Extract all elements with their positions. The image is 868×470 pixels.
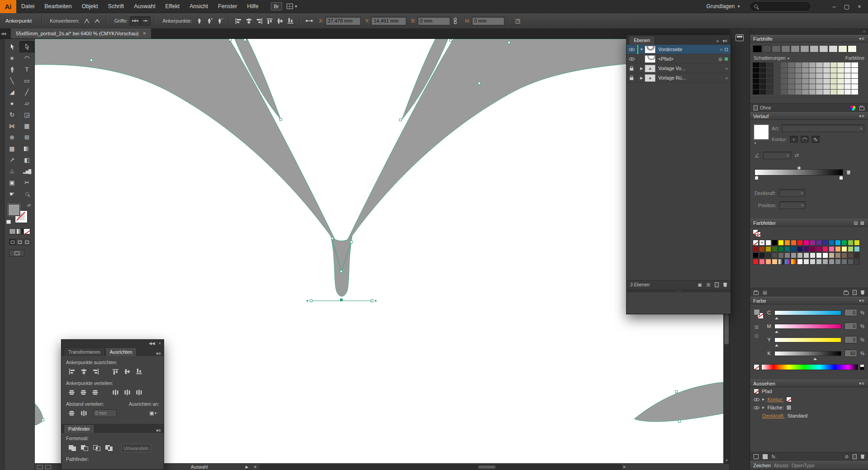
- color-spectrum-bar[interactable]: [761, 364, 858, 370]
- delete-swatch-icon[interactable]: [861, 290, 864, 294]
- shade-swatch[interactable]: [788, 68, 795, 73]
- stroke-within-icon[interactable]: ▫: [790, 136, 798, 143]
- align-bottom-button[interactable]: [285, 16, 296, 26]
- shade-swatch[interactable]: [816, 62, 823, 67]
- close-panel-icon[interactable]: ×: [159, 341, 161, 346]
- shade-swatch[interactable]: [760, 62, 767, 67]
- align-left-button[interactable]: [66, 367, 78, 376]
- align-vcenter-button[interactable]: [121, 367, 133, 376]
- status-popup-icon[interactable]: ▶: [245, 465, 248, 469]
- zoom-tool[interactable]: [19, 188, 34, 199]
- swatch[interactable]: [784, 252, 790, 258]
- shade-swatch[interactable]: [851, 68, 858, 73]
- shade-swatch[interactable]: [760, 73, 767, 78]
- collapsed-panel-icon[interactable]: [736, 34, 744, 41]
- disclosure-icon[interactable]: ▶: [638, 76, 645, 80]
- stroke-link[interactable]: Kontur:: [767, 397, 783, 402]
- swatch[interactable]: [784, 246, 790, 252]
- dock-panel-icon[interactable]: »: [717, 38, 719, 43]
- opacity-link[interactable]: Deckkraft:: [762, 413, 785, 418]
- swatch[interactable]: [841, 240, 847, 246]
- swatch[interactable]: [759, 252, 765, 258]
- slider-thumb[interactable]: [813, 356, 817, 360]
- type-tool[interactable]: T: [19, 64, 34, 75]
- swatch[interactable]: [822, 259, 828, 265]
- shade-swatch[interactable]: [844, 62, 851, 67]
- target-circle-icon[interactable]: ○: [725, 76, 728, 81]
- unite-button[interactable]: [66, 443, 78, 453]
- shade-swatch[interactable]: [767, 62, 774, 67]
- gradient-header[interactable]: Verlauf ▾≡: [750, 112, 868, 120]
- swatch[interactable]: [781, 45, 790, 52]
- gradient-stop-right[interactable]: [839, 176, 843, 180]
- lock-icon[interactable]: [627, 73, 637, 83]
- shade-swatch[interactable]: [760, 68, 767, 73]
- gradient-thumbnail[interactable]: [754, 124, 769, 140]
- swatch[interactable]: [797, 240, 803, 246]
- swatch[interactable]: [835, 246, 841, 252]
- transform-options-icon[interactable]: ◳: [513, 16, 523, 26]
- horizontal-scroll-thumb[interactable]: [478, 465, 495, 469]
- vertical-scroll-thumb[interactable]: [724, 314, 729, 344]
- gradient-type-select[interactable]: ▾: [782, 124, 864, 132]
- tab-transformieren[interactable]: Transformieren: [64, 347, 105, 356]
- convert-to-corner-button[interactable]: [82, 16, 92, 26]
- shade-swatch[interactable]: [851, 84, 858, 89]
- color-guide-grid[interactable]: [753, 62, 865, 95]
- swatch[interactable]: [810, 252, 816, 258]
- blob-brush-tool[interactable]: ●: [5, 98, 19, 109]
- rectangle-tool[interactable]: ▭: [19, 75, 34, 86]
- swatch[interactable]: [803, 246, 809, 252]
- shade-swatch[interactable]: [753, 68, 760, 73]
- shade-swatch[interactable]: [830, 68, 837, 73]
- swatch[interactable]: [772, 259, 778, 265]
- shade-swatch[interactable]: [760, 90, 767, 95]
- shade-swatch[interactable]: [844, 79, 851, 84]
- duplicate-item-icon[interactable]: [853, 454, 857, 459]
- workspace-switcher[interactable]: Grundlagen ▼: [706, 3, 741, 9]
- appearance-header[interactable]: Aussehen ▾≡: [750, 380, 868, 387]
- scroll-left-icon[interactable]: ◀: [254, 465, 256, 469]
- panel-menu-icon[interactable]: ▾≡: [859, 36, 865, 41]
- cut-path-button[interactable]: [215, 16, 225, 26]
- swatch[interactable]: [835, 252, 841, 258]
- channel-slider-c[interactable]: [774, 310, 841, 315]
- swatch[interactable]: [841, 246, 847, 252]
- panel-menu-icon[interactable]: ▾≡: [859, 114, 865, 119]
- swatch[interactable]: [765, 252, 771, 258]
- shade-swatch[interactable]: [837, 84, 844, 89]
- swatch[interactable]: [784, 240, 790, 246]
- shade-swatch[interactable]: [788, 62, 795, 67]
- swatch[interactable]: [753, 252, 759, 258]
- shade-swatch[interactable]: [753, 73, 760, 78]
- swatch[interactable]: [822, 246, 828, 252]
- menu-effekt[interactable]: Effekt: [160, 0, 184, 13]
- hand-tool[interactable]: ☛: [5, 188, 19, 199]
- remove-anchor-button[interactable]: [194, 16, 204, 26]
- layer-thumbnail[interactable]: [645, 46, 656, 53]
- channel-value[interactable]: 60: [844, 350, 857, 357]
- layer-row-vorlage-rueck[interactable]: ▶ ▲ Vorlage Rü... ○: [627, 73, 731, 83]
- pencil-tool[interactable]: ╱: [19, 86, 34, 98]
- swatch[interactable]: [816, 246, 822, 252]
- scale-tool[interactable]: ◲: [19, 109, 34, 120]
- artboard-tool[interactable]: ▣: [5, 177, 19, 188]
- swatch[interactable]: [822, 240, 828, 246]
- add-effect-icon[interactable]: fx.: [772, 454, 777, 459]
- minus-front-button[interactable]: [78, 443, 90, 453]
- swatch[interactable]: [772, 240, 778, 246]
- eraser-tool[interactable]: ▱: [19, 98, 34, 109]
- swatch[interactable]: [759, 246, 765, 252]
- shade-swatch[interactable]: [795, 68, 802, 73]
- blend-tool[interactable]: ◧: [19, 154, 34, 166]
- document-tab[interactable]: 55x85mm_portrait_2s.ai* bei 6400 % (CMYK…: [11, 28, 151, 38]
- gradient-stop-left[interactable]: [755, 176, 759, 180]
- swatch[interactable]: [841, 252, 847, 258]
- draw-inside-button[interactable]: [24, 239, 30, 245]
- disclosure-icon[interactable]: ▼: [638, 47, 645, 52]
- shade-swatch[interactable]: [809, 62, 816, 67]
- mesh-tool[interactable]: ▩: [5, 143, 19, 154]
- shade-swatch[interactable]: [788, 73, 795, 78]
- swatch[interactable]: [753, 259, 759, 265]
- shade-swatch[interactable]: [767, 68, 774, 73]
